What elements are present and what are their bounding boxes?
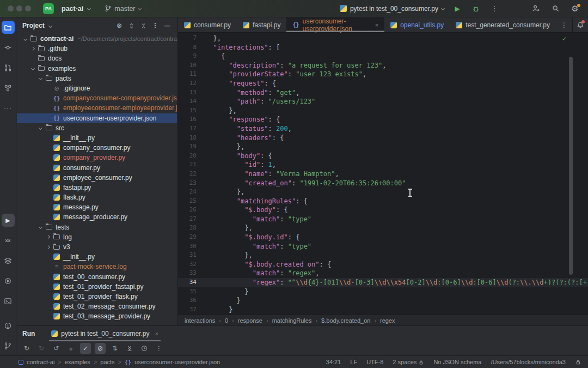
tree-item-pacts[interactable]: pacts	[17, 74, 177, 83]
code-line-23[interactable]: 23 "created_on": "1991-02-20T06:35:26+00…	[178, 179, 588, 188]
close-tab-icon[interactable]: ×	[375, 22, 378, 28]
code-line-25[interactable]: 25 "matchingRules": {	[178, 197, 588, 206]
indent-widget[interactable]: 2 spaces	[393, 359, 424, 365]
breadcrumb[interactable]: regex	[380, 317, 395, 324]
run-panel-title[interactable]: Run	[22, 330, 35, 337]
python-console-tool-button[interactable]	[2, 234, 15, 247]
tree-item-test-03-message-provider-py[interactable]: test_03_message_provider.py	[17, 311, 177, 321]
expand-all-button[interactable]	[127, 22, 136, 29]
panel-options-button[interactable]: ⋮	[151, 22, 160, 29]
code-line-10[interactable]: 10 "description": "a request for user 12…	[178, 61, 588, 70]
python-packages-tool-button[interactable]	[2, 274, 15, 287]
breadcrumb[interactable]: 0	[225, 317, 228, 324]
code-line-13[interactable]: 13 "method": "get",	[178, 88, 588, 98]
run-button[interactable]: ▶	[452, 3, 463, 14]
settings-button[interactable]: ⚙	[569, 3, 580, 14]
run-more-options-button[interactable]: ⋮	[154, 343, 164, 354]
project-name[interactable]: pact-ai	[62, 5, 83, 13]
collapse-all-button[interactable]	[139, 22, 148, 29]
tree-item-flask-py[interactable]: flask.py	[17, 192, 177, 202]
code-line-14[interactable]: 14 "path": "/users/123"	[178, 97, 588, 106]
breadcrumb[interactable]: matchingRules	[272, 317, 312, 324]
window-minimize-button[interactable]	[16, 5, 22, 11]
stop-button[interactable]: ■	[65, 343, 76, 354]
breadcrumb[interactable]: $.body.created_on	[321, 317, 370, 324]
pull-requests-tool-button[interactable]	[2, 61, 15, 74]
tree-item-company-provider-py[interactable]: company_provider.py	[17, 153, 177, 162]
project-tool-button[interactable]	[2, 21, 15, 34]
tree-item-fastapi-py[interactable]: fastapi.py	[17, 183, 177, 192]
status-crumb-pacts[interactable]: pacts	[100, 359, 114, 365]
tree-item-employee-consumer-py[interactable]: employee_consumer.py	[17, 173, 177, 183]
tree-item-test-00-consumer-py[interactable]: test_00_consumer.py	[17, 272, 177, 282]
run-configuration-selector[interactable]: pytest in test_00_consumer.py	[340, 5, 444, 13]
structure-tool-button[interactable]	[2, 81, 15, 94]
code-line-35[interactable]: 35 }	[178, 287, 588, 297]
code-line-9[interactable]: 9 {	[178, 52, 588, 61]
scroll-to-end-button[interactable]	[124, 343, 135, 354]
tree-item-message-producer-py[interactable]: message_producer.py	[17, 212, 177, 222]
code-line-26[interactable]: 26 "$.body": {	[178, 206, 588, 215]
code-line-12[interactable]: 12 "request": {	[178, 79, 588, 88]
select-opened-file-button[interactable]: ⊗	[115, 22, 124, 29]
code-editor[interactable]: ✓ 7 },8 "interactions": [9 {10 "descript…	[178, 33, 588, 315]
json-schema-widget[interactable]: No JSON schema	[433, 359, 481, 365]
sort-tests-button[interactable]: ⇅	[109, 343, 120, 354]
tree-item--init-py[interactable]: __init__.py	[17, 252, 177, 262]
tree-item-employeeconsumer-employeeprovider-json[interactable]: {}employeeconsumer-employeeprovider.json	[17, 103, 177, 113]
tree-item-v3[interactable]: v3	[17, 242, 177, 252]
window-zoom-button[interactable]	[25, 5, 31, 11]
code-line-19[interactable]: 19 },	[178, 142, 588, 152]
window-close-button[interactable]	[8, 5, 14, 11]
encoding-widget[interactable]: UTF-8	[366, 359, 383, 365]
status-crumb-examples[interactable]: examples	[65, 359, 90, 365]
code-line-20[interactable]: 20 "body": {	[178, 152, 588, 161]
code-line-7[interactable]: 7 },	[178, 34, 588, 43]
code-line-33[interactable]: 33 "match": "regex",	[178, 269, 588, 278]
problems-tool-button[interactable]	[2, 319, 15, 332]
tab-fastapi-py[interactable]: fastapi.py	[237, 17, 286, 32]
tab-test-generated-consumer-py[interactable]: test_generated_consumer.py	[450, 17, 556, 32]
code-line-32[interactable]: 32 "$.body.created_on": {	[178, 260, 588, 269]
chevron-right-icon[interactable]	[44, 246, 52, 249]
tree-item-contract-ai[interactable]: contract-ai~/Documents/projects/contract…	[17, 34, 177, 44]
readonly-toggle[interactable]	[575, 359, 581, 365]
chevron-down-icon[interactable]	[36, 126, 45, 129]
run-tab-pytest[interactable]: pytest in test_00_consumer.py ×	[49, 326, 161, 341]
code-line-29[interactable]: 29 "$.body.id": {	[178, 233, 588, 242]
version-control-tool-button[interactable]	[2, 339, 15, 352]
code-with-me-button[interactable]	[530, 3, 541, 14]
code-line-21[interactable]: 21 "id": 1,	[178, 160, 588, 170]
tree-item-test-02-message-consumer-py[interactable]: test_02_message_consumer.py	[17, 301, 177, 311]
tree-item-examples[interactable]: examples	[17, 64, 177, 74]
chevron-right-icon[interactable]	[29, 47, 37, 50]
run-tool-button[interactable]: ▶	[2, 214, 15, 227]
tree-item-tests[interactable]: tests	[17, 222, 177, 232]
branch-widget[interactable]: master	[105, 5, 140, 13]
code-line-36[interactable]: 36 }	[178, 296, 588, 305]
debug-button[interactable]	[470, 3, 481, 14]
chevron-down-icon[interactable]	[36, 77, 45, 80]
python-interpreter-widget[interactable]: /Users/57blocks/miniconda3	[491, 359, 566, 365]
status-crumb-project[interactable]: contract-ai	[27, 359, 54, 365]
tree-item--github[interactable]: .github	[17, 44, 177, 53]
tab-consumer-py[interactable]: consumer.py	[178, 17, 237, 32]
chevron-down-icon[interactable]	[36, 226, 45, 228]
status-crumb-file[interactable]: userconsumer-userprovider.json	[134, 359, 220, 365]
code-line-18[interactable]: 18 "headers": {	[178, 134, 588, 143]
terminal-tool-button[interactable]	[2, 294, 15, 307]
show-passed-toggle[interactable]: ✓	[80, 343, 91, 354]
chevron-down-icon[interactable]	[29, 67, 37, 70]
code-line-27[interactable]: 27 "match": "type"	[178, 215, 588, 224]
breadcrumb[interactable]: interactions	[185, 317, 215, 324]
code-line-37[interactable]: 37 }	[178, 305, 588, 315]
code-line-34[interactable]: 34 "regex": "^\\d{4}-[01]\\d-[0-3]\\d\\x…	[178, 278, 588, 287]
chevron-down-icon[interactable]	[21, 38, 29, 40]
chevron-right-icon[interactable]	[44, 236, 52, 238]
commit-tool-button[interactable]	[2, 41, 15, 54]
rerun-failed-tests-button[interactable]: ↻	[36, 343, 47, 354]
breadcrumb[interactable]: response	[238, 317, 262, 324]
tree-item--init-py[interactable]: __init__.py	[17, 133, 177, 143]
close-run-tab-icon[interactable]: ×	[155, 330, 158, 337]
notifications-button[interactable]	[572, 17, 588, 32]
